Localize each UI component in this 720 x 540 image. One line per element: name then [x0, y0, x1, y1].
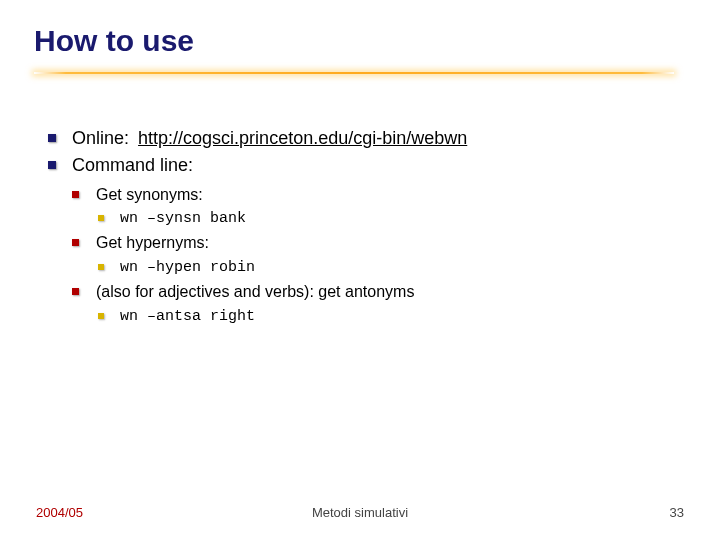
online-label: Online:	[72, 128, 129, 148]
synonyms-command: wn –synsn bank	[96, 209, 668, 229]
bullet-cmdline: Command line: Get synonyms: wn –synsn ba…	[48, 153, 668, 327]
antonyms-label: (also for adjectives and verbs): get ant…	[96, 283, 414, 300]
hypernyms-label: Get hypernyms:	[96, 234, 209, 251]
online-url-link[interactable]: http://cogsci.princeton.edu/cgi-bin/webw…	[138, 128, 467, 148]
title-block: How to use	[34, 24, 674, 81]
page-number: 33	[670, 505, 684, 520]
cmdline-sublist: Get synonyms: wn –synsn bank Get hyperny…	[72, 184, 668, 328]
slide: How to use Online: http://cogsci.princet…	[0, 0, 720, 540]
cmdline-label: Command line:	[72, 155, 193, 175]
bullet-online: Online: http://cogsci.princeton.edu/cgi-…	[48, 126, 668, 150]
content-area: Online: http://cogsci.princeton.edu/cgi-…	[48, 126, 668, 330]
bullet-antonyms: (also for adjectives and verbs): get ant…	[72, 281, 668, 327]
title-underline	[34, 67, 674, 81]
bullet-hypernyms: Get hypernyms: wn –hypen robin	[72, 232, 668, 278]
hypernyms-command: wn –hypen robin	[96, 258, 668, 278]
bullet-list: Online: http://cogsci.princeton.edu/cgi-…	[48, 126, 668, 327]
underline-line	[34, 72, 674, 74]
slide-title: How to use	[34, 24, 674, 57]
antonyms-command: wn –antsa right	[96, 307, 668, 327]
footer-title: Metodi simulativi	[0, 505, 720, 520]
synonyms-label: Get synonyms:	[96, 186, 203, 203]
bullet-synonyms: Get synonyms: wn –synsn bank	[72, 184, 668, 230]
